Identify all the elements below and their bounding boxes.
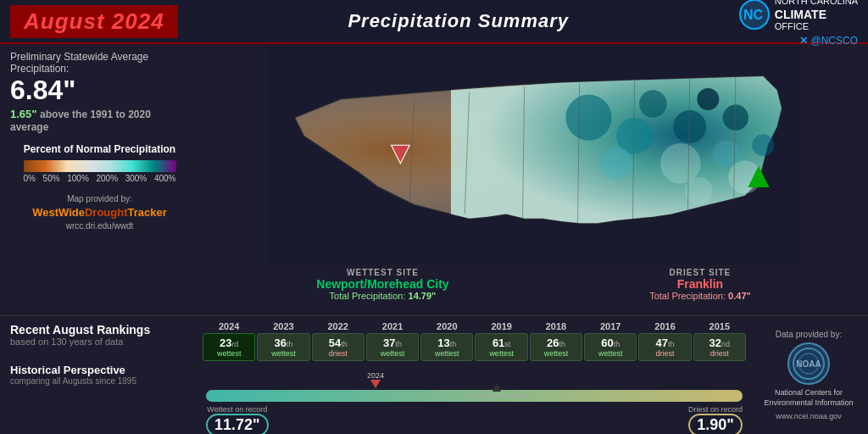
- svg-point-10: [752, 134, 774, 156]
- rank-box-2017: 60thwettest: [584, 333, 637, 361]
- rank-type-2017: wettest: [587, 349, 634, 358]
- header-month: August: [24, 8, 105, 34]
- rank-cell-2018: 201826thwettest: [530, 321, 582, 361]
- avg-precip-value: 6.84": [10, 75, 75, 105]
- current-year-label: 2024: [367, 371, 384, 380]
- avg-marker: 1991 to 2020 average: [464, 383, 530, 399]
- wettest-precip: Total Precipitation: 14.79": [316, 291, 448, 301]
- driest-record-val: 1.90": [688, 414, 743, 434]
- svg-point-7: [639, 90, 667, 117]
- svg-point-13: [685, 177, 713, 205]
- rank-box-2015: 32nddriest: [693, 333, 746, 361]
- svg-text:NOAA: NOAA: [796, 359, 821, 369]
- rank-type-2021: wettest: [369, 349, 416, 358]
- noaa-logo: NOAA: [787, 342, 830, 385]
- rank-type-2024: wettest: [205, 349, 253, 358]
- map-credit-url: wrcc.dri.edu/wwdt: [10, 220, 189, 232]
- rank-year-2018: 2018: [530, 321, 582, 331]
- avg-label: 1991 to 2020 average: [464, 392, 530, 399]
- legend-50: 50%: [43, 174, 60, 183]
- rank-number-2018: 26th: [532, 337, 580, 349]
- left-panel: Preliminary Statewide Average Precipitat…: [0, 44, 199, 315]
- legend-0: 0%: [24, 174, 36, 183]
- rank-number-2017: 60th: [587, 337, 634, 349]
- rank-box-2018: 26thwettest: [530, 333, 582, 361]
- rank-year-2017: 2017: [584, 321, 637, 331]
- rank-year-2016: 2016: [638, 321, 691, 331]
- nc-map-container: [199, 44, 868, 264]
- map-area: WETTEST SITE Newport/Morehead City Total…: [199, 44, 868, 315]
- rank-year-2024: 2024: [203, 321, 255, 331]
- wettest-precip-label: Total Precipitation:: [330, 291, 406, 301]
- content-area: Preliminary Statewide Average Precipitat…: [0, 44, 868, 315]
- legend-section: Percent of Normal Precipitation 0% 50% 1…: [10, 143, 189, 183]
- rankings-table-area: 202423rdwettest202336thwettest202254thdr…: [199, 316, 749, 434]
- rank-box-2021: 37thwettest: [366, 333, 419, 361]
- rank-number-2021: 37th: [369, 337, 416, 349]
- header-logo: NC NORTH CAROLINA CLIMATE OFFICE ✕ @NCSC…: [739, 0, 858, 47]
- legend-200: 200%: [96, 174, 118, 183]
- avg-precip-above: 1.65" above the 1991 to 2020 average: [10, 108, 189, 133]
- header-month-year: August 2024: [10, 5, 178, 38]
- svg-point-9: [723, 105, 748, 131]
- driest-name: Franklin: [649, 277, 751, 291]
- map-credit: Map provided by: WestWideDroughtTracker …: [10, 193, 189, 232]
- map-credit-line1: Map provided by:: [10, 193, 189, 205]
- wettest-record-val: 11.72": [206, 414, 269, 434]
- org-line2: CLIMATE: [775, 8, 858, 22]
- avg-marker-triangle: [492, 383, 501, 392]
- current-marker: 2024: [367, 371, 384, 388]
- legend-100: 100%: [67, 174, 89, 183]
- wettest-label: WETTEST SITE: [316, 268, 448, 277]
- nc-org-text: NORTH CAROLINA CLIMATE OFFICE: [775, 0, 858, 33]
- wettest-site: WETTEST SITE Newport/Morehead City Total…: [316, 268, 448, 301]
- wettest-precip-val: 14.79": [409, 291, 437, 301]
- provider-label: Data provided by:: [776, 330, 842, 339]
- svg-point-6: [697, 88, 719, 110]
- rank-number-2023: 36th: [259, 337, 307, 349]
- rank-cell-2016: 201647thdriest: [638, 321, 691, 361]
- org-line1: NORTH CAROLINA: [775, 0, 858, 6]
- rank-type-2020: wettest: [423, 349, 470, 358]
- rank-type-2022: driest: [314, 349, 362, 358]
- header-year: 2024: [112, 8, 164, 34]
- driest-precip-val: 0.47": [728, 291, 751, 301]
- nc-badge: NC: [739, 0, 770, 30]
- header-subtitle: Precipitation Summary: [178, 10, 739, 32]
- rank-type-2016: driest: [641, 349, 688, 358]
- rank-number-2020: 13th: [423, 337, 470, 349]
- rank-year-2020: 2020: [420, 321, 473, 331]
- rankings-left: Recent August Rankings based on 130 year…: [0, 316, 199, 434]
- svg-point-4: [673, 110, 706, 143]
- data-provider: Data provided by: NOAA National Centers …: [749, 316, 868, 434]
- svg-point-11: [660, 143, 701, 184]
- rank-box-2016: 47thdriest: [638, 333, 691, 361]
- rank-number-2016: 47th: [641, 337, 688, 349]
- driest-precip: Total Precipitation: 0.47": [649, 291, 751, 301]
- rank-cell-2021: 202137thwettest: [366, 321, 419, 361]
- rank-box-2022: 54thdriest: [312, 333, 364, 361]
- org-line3: OFFICE: [775, 21, 809, 31]
- rank-number-2024: 23rd: [205, 337, 253, 349]
- above-value: 1.65": [10, 108, 36, 120]
- wettest-record: Wettest on record 11.72" 1901: [206, 405, 269, 434]
- historical-subtitle: comparing all Augusts since 1895: [10, 376, 189, 386]
- rankings-title: Recent August Rankings: [10, 323, 189, 337]
- rank-type-2023: wettest: [259, 349, 307, 358]
- driest-record-label: Driest on record: [688, 405, 743, 414]
- legend-title: Percent of Normal Precipitation: [10, 143, 189, 157]
- rank-box-2023: 36thwettest: [257, 333, 309, 361]
- rank-box-2019: 61stwettest: [475, 333, 527, 361]
- rank-type-2018: wettest: [532, 349, 580, 358]
- rank-cell-2024: 202423rdwettest: [203, 321, 255, 361]
- rank-year-2021: 2021: [366, 321, 419, 331]
- rank-year-2022: 2022: [312, 321, 364, 331]
- driest-site: DRIEST SITE Franklin Total Precipitation…: [649, 268, 751, 301]
- rank-box-2024: 23rdwettest: [203, 333, 255, 361]
- rank-box-2020: 13thwettest: [420, 333, 473, 361]
- rank-year-2015: 2015: [693, 321, 746, 331]
- rank-type-2015: driest: [696, 349, 743, 358]
- rank-cell-2015: 201532nddriest: [693, 321, 746, 361]
- historical-bar-area: 2024 1991 to 2020 average Wettest on rec…: [199, 364, 749, 429]
- legend-bar: [24, 160, 176, 172]
